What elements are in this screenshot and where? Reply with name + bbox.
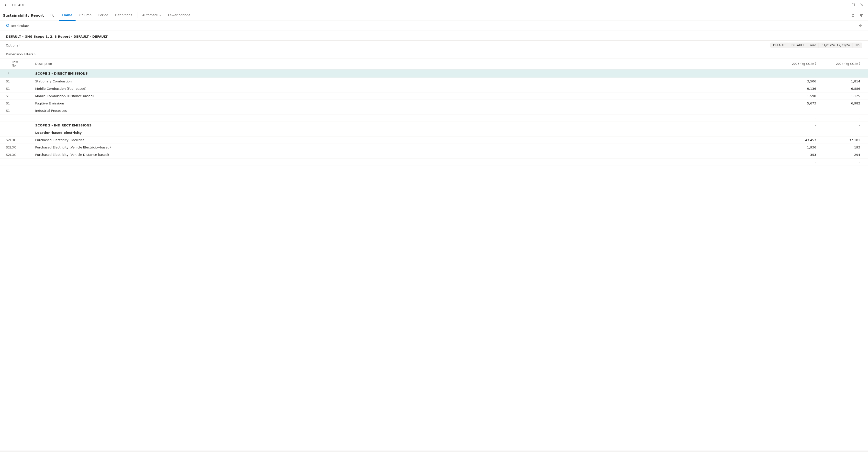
cell-2023: – <box>780 107 824 115</box>
table-row: – – <box>0 115 868 122</box>
recalculate-icon <box>6 24 9 28</box>
tab-home[interactable]: Home <box>59 10 75 21</box>
recalculate-button[interactable]: Recalculate <box>4 23 31 29</box>
cell-description <box>29 115 780 122</box>
pin-button[interactable] <box>857 22 864 29</box>
search-button[interactable] <box>50 12 57 19</box>
table-row: SCOPE 2 - INDIRECT EMISSIONS – – <box>0 122 868 129</box>
dimension-filters-bar: Dimension Filters › <box>0 50 868 58</box>
options-pill-2[interactable]: Year <box>807 42 818 48</box>
filter-icon[interactable] <box>857 11 865 19</box>
cell-rowno <box>0 115 29 122</box>
cell-rowno: S1 <box>0 100 29 107</box>
col-header-description: Description <box>29 58 780 69</box>
col-header-2023: 2023 (kg CO2e ) <box>780 58 824 69</box>
cell-description: Mobile Combustion (Fuel-based) <box>29 85 780 92</box>
cell-2023: 353 <box>780 151 824 158</box>
menu-bar: Sustainability Report Home Column Period… <box>0 10 868 21</box>
cell-2024: 1,125 <box>824 92 868 100</box>
toolbar: Recalculate <box>0 21 868 31</box>
cell-rowno <box>0 158 29 166</box>
export-icon[interactable] <box>849 11 857 19</box>
options-pill-3[interactable]: 01/01/24..12/31/24 <box>819 42 852 48</box>
table-row: S1 Stationary Combustion 3,506 1,814 <box>0 78 868 85</box>
cell-description: Mobile Combustion (Distance-based) <box>29 92 780 100</box>
tab-column[interactable]: Column <box>76 10 95 21</box>
table-row: S1 Mobile Combustion (Fuel-based) 9,136 … <box>0 85 868 92</box>
expand-icon[interactable] <box>850 1 857 8</box>
cell-2024: 294 <box>824 151 868 158</box>
data-table-container[interactable]: Row No. Description 2023 (kg CO2e ) 2024… <box>0 58 868 442</box>
table-row: – – <box>0 158 868 166</box>
menu-separator-1 <box>137 12 137 18</box>
report-header: DEFAULT - GHG Scope 1, 2, 3 Report - DEF… <box>0 31 868 40</box>
app-name: DEFAULT <box>12 3 26 7</box>
options-pills: DEFAULT DEFAULT Year 01/01/24..12/31/24 … <box>770 42 862 48</box>
cell-rowno: S1 <box>0 78 29 85</box>
title-bar-icons <box>850 1 865 8</box>
tab-fewer-options[interactable]: Fewer options <box>165 10 193 21</box>
cell-rowno <box>0 122 29 129</box>
cell-description: Industrial Processes <box>29 107 780 115</box>
report-title: DEFAULT - GHG Scope 1, 2, 3 Report - DEF… <box>6 35 862 38</box>
options-label[interactable]: Options › <box>6 43 21 47</box>
options-pill-0[interactable]: DEFAULT <box>770 42 788 48</box>
cell-description: Purchased Electricity (Facilities) <box>29 137 780 144</box>
cell-2023: 43,453 <box>780 137 824 144</box>
col-header-2024: 2024 (kg CO2e ) <box>824 58 868 69</box>
table-row: S2LOC Purchased Electricity (Vehicle Dis… <box>0 151 868 158</box>
dimension-filters-label[interactable]: Dimension Filters › <box>6 52 36 56</box>
menu-right-icons <box>849 11 865 19</box>
back-button[interactable]: ← <box>3 1 10 8</box>
cell-description: Purchased Electricity (Vehicle Electrici… <box>29 144 780 151</box>
cell-2024: – <box>824 69 868 78</box>
cell-description: Stationary Combustion <box>29 78 780 85</box>
cell-2023: – <box>780 115 824 122</box>
cell-rowno: S1 <box>0 107 29 115</box>
cell-2023: 1,590 <box>780 92 824 100</box>
cell-description: Location-based electricity <box>29 129 780 137</box>
options-bar: Options › DEFAULT DEFAULT Year 01/01/24.… <box>0 40 868 50</box>
svg-line-1 <box>53 16 54 17</box>
close-icon[interactable] <box>858 1 865 8</box>
cell-2024: 6,886 <box>824 85 868 92</box>
cell-2023: 3,506 <box>780 78 824 85</box>
cell-2023: – <box>780 129 824 137</box>
cell-2024: 1,814 <box>824 78 868 85</box>
cell-2024: – <box>824 122 868 129</box>
col-header-rowno: Row No. <box>0 58 29 69</box>
table-header-row: Row No. Description 2023 (kg CO2e ) 2024… <box>0 58 868 69</box>
cell-2024: – <box>824 107 868 115</box>
table-row: ⋮ SCOPE 1 - DIRECT EMISSIONS – – <box>0 69 868 78</box>
tab-automate[interactable]: Automate <box>140 10 164 21</box>
cell-2024: – <box>824 129 868 137</box>
table-row: S1 Fugitive Emissions 5,673 6,982 <box>0 100 868 107</box>
cell-2023: – <box>780 69 824 78</box>
table-row: S2LOC Purchased Electricity (Facilities)… <box>0 137 868 144</box>
data-table: Row No. Description 2023 (kg CO2e ) 2024… <box>0 58 868 166</box>
options-pill-1[interactable]: DEFAULT <box>789 42 807 48</box>
title-bar: ← DEFAULT <box>0 0 868 10</box>
svg-point-0 <box>51 14 53 16</box>
cell-2023: – <box>780 158 824 166</box>
options-pill-4[interactable]: No <box>853 42 862 48</box>
tab-period[interactable]: Period <box>95 10 111 21</box>
table-row: S1 Mobile Combustion (Distance-based) 1,… <box>0 92 868 100</box>
cell-description: SCOPE 2 - INDIRECT EMISSIONS <box>29 122 780 129</box>
cell-rowno: S1 <box>0 92 29 100</box>
tab-definitions[interactable]: Definitions <box>112 10 135 21</box>
cell-2024: 37,181 <box>824 137 868 144</box>
content-area: DEFAULT - GHG Scope 1, 2, 3 Report - DEF… <box>0 31 868 451</box>
cell-rowno: S2LOC <box>0 151 29 158</box>
cell-description: Fugitive Emissions <box>29 100 780 107</box>
row-context-menu[interactable]: ⋮ <box>6 71 12 76</box>
cell-rowno: S2LOC <box>0 137 29 144</box>
cell-2023: – <box>780 122 824 129</box>
menu-bar-title: Sustainability Report <box>3 13 47 18</box>
cell-description: Purchased Electricity (Vehicle Distance-… <box>29 151 780 158</box>
cell-2024: – <box>824 115 868 122</box>
recalculate-label: Recalculate <box>11 24 29 28</box>
cell-2024: 193 <box>824 144 868 151</box>
cell-description <box>29 158 780 166</box>
cell-2023: 5,673 <box>780 100 824 107</box>
